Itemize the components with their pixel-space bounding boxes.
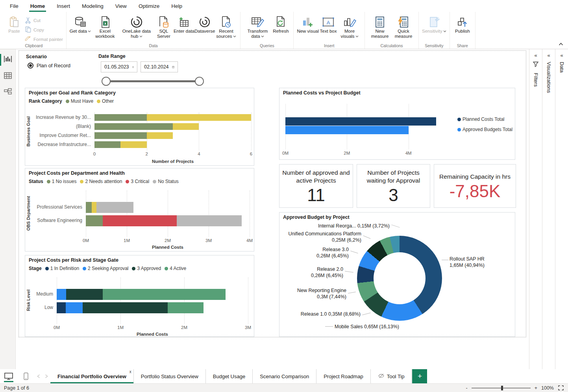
ribbon-button-dataverse[interactable]: Dataverse <box>194 13 215 34</box>
zoom-in-button[interactable]: + <box>535 385 537 391</box>
menu-item-home[interactable]: Home <box>24 0 51 12</box>
rail-item-report-view[interactable] <box>0 52 16 67</box>
visual-costs-per-department[interactable]: Project Costs per Department and Health … <box>25 168 254 251</box>
panel-data[interactable]: «Data <box>555 49 568 369</box>
bar-segment-1-in-definition[interactable] <box>57 302 66 313</box>
date-end-input[interactable]: 02.10.2024 <box>141 61 178 72</box>
slider-track[interactable] <box>106 80 200 82</box>
close-page-icon[interactable]: x <box>130 370 131 374</box>
bar-segment-2-seeking-approval[interactable] <box>57 289 66 300</box>
desktop-view-button[interactable] <box>0 369 17 383</box>
bar-segment-4-active[interactable] <box>103 289 226 300</box>
legend-item-1-in-definition[interactable]: 1 In Definition <box>45 266 79 271</box>
ribbon-button-new-measure[interactable]: New measure <box>368 13 392 39</box>
ribbon-button-excel-workbook[interactable]: XExcel workbook <box>91 13 119 39</box>
bar-segment-other[interactable] <box>173 123 199 130</box>
menu-item-help[interactable]: Help <box>165 0 188 12</box>
bar-segment-3-approved[interactable] <box>83 302 167 313</box>
bar-segment-must-have[interactable] <box>94 114 147 121</box>
bar-segment-1-no-issues[interactable] <box>86 215 103 226</box>
scenario-option-plan-of-record[interactable]: Plan of Record <box>28 63 70 68</box>
menu-item-view[interactable]: View <box>109 0 133 12</box>
slider-handle-end[interactable] <box>195 77 204 86</box>
bar-segment-2-needs-attention[interactable] <box>92 202 96 213</box>
bar-segment-no-status[interactable] <box>177 215 242 226</box>
visual-planned-vs-budget[interactable]: Planned Costs vs Project Budget 0M2M4M P… <box>279 88 515 160</box>
page-tab-project-roadmap[interactable]: Project Roadmap <box>316 369 370 383</box>
panel-filters[interactable]: «Filters <box>529 49 542 369</box>
bar-segment-must-have[interactable] <box>94 132 147 139</box>
menu-item-modeling[interactable]: Modeling <box>76 0 109 12</box>
bar-segment-must-have[interactable] <box>94 123 173 130</box>
expand-panel-icon[interactable]: « <box>534 53 537 58</box>
visual-costs-per-risk[interactable]: Project Costs per Risk and Stage Gate St… <box>25 255 254 337</box>
legend-item-approved-budgets-total[interactable]: Approved Budgets Total <box>457 127 512 132</box>
date-start-input[interactable]: 01.05.2023 <box>101 61 137 72</box>
page-tab-tool-tip[interactable]: Tool Tip <box>371 369 412 383</box>
kpi-approved-active-projects[interactable]: Number of approved and active Projects 1… <box>279 164 353 208</box>
ribbon-group-calculations: New measureQuick measureCalculations <box>365 12 419 49</box>
bar-segment-other[interactable] <box>147 114 251 121</box>
ribbon-button-publish[interactable]: Publish <box>453 13 472 34</box>
panel-visualizations[interactable]: «Visualizations <box>542 49 555 369</box>
page-tab-budget-usage[interactable]: Budget Usage <box>206 369 253 383</box>
report-canvas[interactable]: Scenario Plan of Record Date Range 01.05… <box>19 50 526 337</box>
y-axis-title: Business Goal <box>26 110 31 153</box>
bar-planned-costs-total[interactable] <box>285 117 436 126</box>
legend-item-planned-costs-total[interactable]: Planned Costs Total <box>457 116 505 122</box>
page-tab-portfolio-status-overview[interactable]: Portfolio Status Overview <box>134 369 206 383</box>
menu-item-insert[interactable]: Insert <box>51 0 76 12</box>
ribbon-button-new-visual[interactable]: New visual <box>297 13 319 34</box>
fit-to-page-icon[interactable] <box>558 385 564 391</box>
bar-segment-3-approved[interactable] <box>66 289 102 300</box>
ribbon-button-recent-sources[interactable]: Recent sources <box>215 13 237 39</box>
slider-handle-start[interactable] <box>102 77 111 86</box>
kpi-remaining-capacity[interactable]: Remaining Capacity in hrs -7,85K <box>434 164 516 208</box>
rail-item-table-view[interactable] <box>0 69 16 84</box>
legend-item-other[interactable]: Other <box>97 98 114 104</box>
bar-segment-must-have[interactable] <box>94 141 120 148</box>
add-page-button[interactable]: + <box>412 369 427 383</box>
bar-segment-no-status[interactable] <box>96 202 133 213</box>
legend-item-1-no-issues[interactable]: 1 No issues <box>47 179 77 184</box>
ribbon-button-quick-measure[interactable]: Quick measure <box>392 13 415 39</box>
bar-segment-other[interactable] <box>120 141 146 148</box>
bar-segment-2-seeking-approval[interactable] <box>66 302 83 313</box>
visual-approved-budget-donut[interactable]: Approved Budget by Project Internal Reor… <box>279 212 515 337</box>
bar-segment-4-active[interactable] <box>168 302 204 313</box>
legend-item-2-needs-attention[interactable]: 2 Needs attention <box>80 179 122 184</box>
mobile-view-button[interactable] <box>17 369 35 383</box>
bar-approved-budgets-total[interactable] <box>285 126 409 134</box>
zoom-slider-handle[interactable] <box>501 386 503 390</box>
workspace: Scenario Plan of Record Date Range 01.05… <box>0 49 568 369</box>
legend-item-3-critical[interactable]: 3 Critical <box>126 179 149 184</box>
bar-segment-1-no-issues[interactable] <box>86 202 92 213</box>
legend-item-no-status[interactable]: No Status <box>153 179 179 184</box>
kpi-projects-waiting-approval[interactable]: Number of Projects waiting for Approval … <box>357 164 430 208</box>
legend-item-3-approved[interactable]: 3 Approved <box>132 266 161 271</box>
ribbon-button-enter-data[interactable]: Enter data <box>174 13 194 34</box>
ribbon-button-onelake-data-hub[interactable]: OneLake data hub <box>119 13 154 39</box>
rail-item-model-view[interactable] <box>0 85 16 100</box>
bar-segment-3-critical[interactable] <box>103 215 177 226</box>
zoom-slider[interactable] <box>472 388 531 388</box>
page-tab-scenario-comparison[interactable]: Scenario Comparison <box>253 369 316 383</box>
expand-panel-icon[interactable]: « <box>547 53 550 58</box>
menu-item-optimize[interactable]: Optimize <box>133 0 165 12</box>
ribbon-button-refresh[interactable]: Refresh <box>271 13 290 34</box>
ribbon-button-get-data[interactable]: Get data <box>70 13 91 34</box>
expand-panel-icon[interactable]: « <box>560 53 563 58</box>
ribbon-button-transform-data[interactable]: Transform data <box>244 13 271 39</box>
legend-item-2-seeking-approval[interactable]: 2 Seeking Approval <box>83 266 128 271</box>
ribbon-button-more-visuals[interactable]: More visuals <box>338 13 361 39</box>
ribbon-button-text-box[interactable]: AText box <box>319 13 338 34</box>
visual-projects-per-goal[interactable]: Projects per Goal and Rank Category Rank… <box>25 88 254 166</box>
menu-item-file[interactable]: File <box>4 0 24 12</box>
legend-label: Approved Budgets Total <box>463 127 512 132</box>
legend-item-must-have[interactable]: Must Have <box>66 98 93 104</box>
zoom-out-button[interactable]: - <box>466 385 468 391</box>
bar-segment-other[interactable] <box>147 132 173 139</box>
legend-item-4-active[interactable]: 4 Active <box>165 266 186 271</box>
ribbon-button-sql-server[interactable]: SQL Server <box>154 13 174 39</box>
page-tab-financial-portfolio-overview[interactable]: Financial Portfolio Overviewx <box>50 369 134 383</box>
